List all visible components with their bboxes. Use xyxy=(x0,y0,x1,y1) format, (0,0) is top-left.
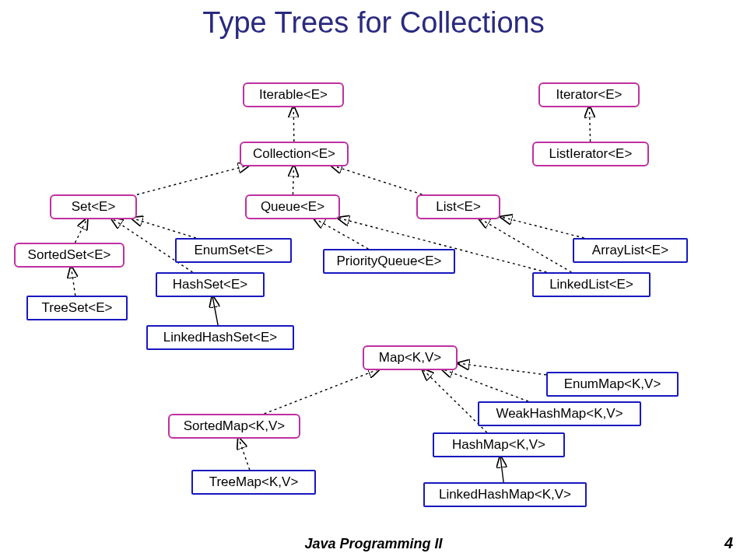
edge-linkedlist-to-list xyxy=(479,218,572,272)
edge-collection-to-iterable xyxy=(293,106,294,142)
node-sortedset: SortedSet<E> xyxy=(14,243,124,268)
slide-title: Type Trees for Collections xyxy=(0,6,747,40)
edge-queue-to-collection xyxy=(293,165,293,194)
node-hashset: HashSet<E> xyxy=(156,272,265,297)
node-queue: Queue<E> xyxy=(245,194,340,219)
page-number: 4 xyxy=(724,534,733,552)
node-collection: Collection<E> xyxy=(240,142,349,166)
node-iterable: Iterable<E> xyxy=(243,82,344,107)
node-enummap: EnumMap<K,V> xyxy=(546,372,679,397)
node-linkedhashset: LinkedHashSet<E> xyxy=(146,325,294,350)
edge-treeset-to-sortedset xyxy=(71,266,75,296)
node-set: Set<E> xyxy=(50,194,137,219)
footer-text: Java Programming II xyxy=(0,536,747,552)
edge-linkedhashmap-to-hashmap xyxy=(500,456,503,482)
edge-sortedmap-to-map xyxy=(265,369,381,414)
edge-arraylist-to-list xyxy=(500,217,584,238)
edge-weakhashmap-to-map xyxy=(441,369,528,401)
node-list: List<E> xyxy=(416,194,500,219)
node-listiterator: ListIerator<E> xyxy=(532,142,649,166)
node-weakhashmap: WeakHashMap<K,V> xyxy=(478,401,641,426)
edge-treemap-to-sortedmap xyxy=(238,437,250,470)
edge-priorityqueue-to-queue xyxy=(314,218,369,249)
node-treeset: TreeSet<E> xyxy=(26,296,128,320)
edge-linkedhashset-to-hashset xyxy=(212,296,218,325)
edge-list-to-collection xyxy=(331,165,423,194)
node-linkedlist: LinkedList<E> xyxy=(532,272,651,297)
node-arraylist: ArrayList<E> xyxy=(573,238,688,263)
node-hashmap: HashMap<K,V> xyxy=(433,432,565,457)
edge-set-to-collection xyxy=(137,165,250,194)
node-iterator: Iterator<E> xyxy=(538,82,640,107)
node-treemap: TreeMap<K,V> xyxy=(191,470,316,495)
node-priorityqueue: PriorityQueue<E> xyxy=(323,249,455,274)
edge-listiterator-to-iterator xyxy=(589,106,590,142)
edge-sortedset-to-set xyxy=(75,218,88,243)
node-linkedhashmap: LinkedHashMap<K,V> xyxy=(423,482,587,507)
node-enumset: EnumSet<E> xyxy=(175,238,292,263)
edge-enummap-to-map xyxy=(458,363,546,375)
node-map: Map<K,V> xyxy=(363,345,458,370)
edge-enumset-to-set xyxy=(131,218,196,238)
node-sortedmap: SortedMap<K,V> xyxy=(168,414,300,439)
